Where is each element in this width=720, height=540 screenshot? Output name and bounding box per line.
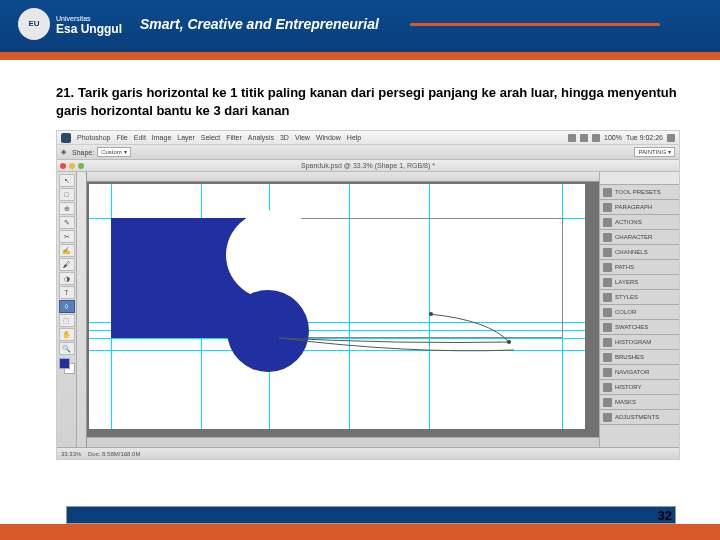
shape-tool[interactable]: ⬚: [59, 314, 75, 327]
panel-spacer: [600, 172, 679, 185]
paragraph-icon: [603, 203, 612, 212]
panel-navigator[interactable]: NAVIGATOR: [600, 365, 679, 380]
menu-layer[interactable]: Layer: [177, 134, 195, 141]
battery-icon: [592, 134, 600, 142]
type-tool[interactable]: T: [59, 286, 75, 299]
panel-layers[interactable]: LAYERS: [600, 275, 679, 290]
menu-image[interactable]: Image: [152, 134, 171, 141]
tool-column: ↖ □ ⊕ ✎ ✂ ✍ 🖌 ◑ T ◊ ⬚ ✋ 🔍: [57, 172, 77, 447]
panel-tool-presets[interactable]: TOOL PRESETS: [600, 185, 679, 200]
channels-icon: [603, 248, 612, 257]
workspace-mode-dropdown[interactable]: PAINTING ▾: [634, 147, 675, 157]
ruler-vertical: [77, 172, 87, 447]
panel-paragraph[interactable]: PARAGRAPH: [600, 200, 679, 215]
panel-channels[interactable]: CHANNELS: [600, 245, 679, 260]
spotlight-icon[interactable]: [667, 134, 675, 142]
document-titlebar: Spanduk.psd @ 33.3% (Shape 1, RGB/8) *: [57, 160, 679, 172]
masks-icon: [603, 398, 612, 407]
menu-window[interactable]: Window: [316, 134, 341, 141]
panel-swatches[interactable]: SWATCHES: [600, 320, 679, 335]
tool-shape-icon[interactable]: ◈: [61, 148, 66, 156]
slogan-underline: [410, 23, 660, 26]
foreground-swatch[interactable]: [59, 358, 70, 369]
marquee-tool[interactable]: □: [59, 188, 75, 201]
panel-column: TOOL PRESETS PARAGRAPH ACTIONS CHARACTER…: [599, 172, 679, 447]
menu-help[interactable]: Help: [347, 134, 361, 141]
zoom-icon[interactable]: [78, 163, 84, 169]
step-text: Tarik garis horizontal ke 1 titik paling…: [56, 85, 677, 118]
zoom-tool[interactable]: 🔍: [59, 342, 75, 355]
menu-3d[interactable]: 3D: [280, 134, 289, 141]
paths-icon: [603, 263, 612, 272]
layers-icon: [603, 278, 612, 287]
menu-select[interactable]: Select: [201, 134, 220, 141]
horizontal-scrollbar[interactable]: [87, 437, 599, 447]
panel-brushes[interactable]: BRUSHES: [600, 350, 679, 365]
mac-status-right: 100% Tue 9:02:26: [568, 134, 675, 142]
adjustments-icon: [603, 413, 612, 422]
app-name-label: Photoshop: [77, 134, 110, 141]
menu-filter[interactable]: Filter: [226, 134, 242, 141]
menu-view[interactable]: View: [295, 134, 310, 141]
pen-tool[interactable]: ◊: [59, 300, 75, 313]
anchor-point[interactable]: [507, 340, 511, 344]
footer-blue-bar: [66, 506, 676, 524]
guide-h[interactable]: [89, 350, 585, 351]
panel-actions[interactable]: ACTIONS: [600, 215, 679, 230]
ruler-horizontal: [87, 172, 599, 182]
panel-paths[interactable]: PATHS: [600, 260, 679, 275]
photoshop-app-icon: [61, 133, 71, 143]
minimize-icon[interactable]: [69, 163, 75, 169]
navigator-icon: [603, 368, 612, 377]
move-tool[interactable]: ↖: [59, 174, 75, 187]
panel-history[interactable]: HISTORY: [600, 380, 679, 395]
styles-icon: [603, 293, 612, 302]
canvas[interactable]: [89, 184, 585, 429]
s-curve-cutout: [226, 210, 321, 300]
panel-adjustments[interactable]: ADJUSTMENTS: [600, 410, 679, 425]
brush-tool[interactable]: ✍: [59, 244, 75, 257]
panel-masks[interactable]: MASKS: [600, 395, 679, 410]
guide-h[interactable]: [89, 338, 585, 339]
close-icon[interactable]: [60, 163, 66, 169]
instruction-block: 21.Tarik garis horizontal ke 1 titik pal…: [0, 60, 720, 128]
slide-header: EU Universitas Esa Unggul Smart, Creativ…: [0, 0, 720, 52]
option-bar: ◈ Shape:Custom ▾ PAINTING ▾: [57, 145, 679, 160]
step-number: 21.: [56, 84, 78, 102]
brushes-icon: [603, 353, 612, 362]
mac-menu-bar: Photoshop File Edit Image Layer Select F…: [57, 131, 679, 145]
actions-icon: [603, 218, 612, 227]
gradient-tool[interactable]: ◑: [59, 272, 75, 285]
status-zoom[interactable]: 33.33%: [61, 451, 81, 457]
status-doc-size: Doc: 8.58M/168.0M: [88, 451, 140, 457]
photoshop-screenshot: Photoshop File Edit Image Layer Select F…: [56, 130, 680, 460]
canvas-area[interactable]: [77, 172, 599, 447]
logo-block: EU Universitas Esa Unggul: [18, 8, 122, 40]
panel-character[interactable]: CHARACTER: [600, 230, 679, 245]
character-icon: [603, 233, 612, 242]
university-big: Esa Unggul: [56, 24, 122, 35]
slogan-text: Smart, Creative and Entrepreneurial: [140, 16, 379, 32]
panel-histogram[interactable]: HISTOGRAM: [600, 335, 679, 350]
menu-edit[interactable]: Edit: [134, 134, 146, 141]
lasso-tool[interactable]: ⊕: [59, 202, 75, 215]
header-orange-bar: [0, 52, 720, 60]
panel-color[interactable]: COLOR: [600, 305, 679, 320]
panel-styles[interactable]: STYLES: [600, 290, 679, 305]
anchor-point[interactable]: [429, 312, 433, 316]
eyedropper-tool[interactable]: ✂: [59, 230, 75, 243]
menu-analysis[interactable]: Analysis: [248, 134, 274, 141]
volume-icon: [580, 134, 588, 142]
slide-footer: 32: [0, 504, 720, 540]
menu-file[interactable]: File: [116, 134, 127, 141]
shape-dropdown[interactable]: Custom ▾: [97, 147, 130, 157]
chevron-down-icon: ▾: [124, 149, 127, 155]
clone-tool[interactable]: 🖌: [59, 258, 75, 271]
hand-tool[interactable]: ✋: [59, 328, 75, 341]
clock: Tue 9:02:26: [626, 134, 663, 141]
footer-orange-bar: [0, 524, 720, 540]
crop-tool[interactable]: ✎: [59, 216, 75, 229]
color-icon: [603, 308, 612, 317]
shape-label: Shape:: [72, 149, 94, 156]
color-swatches[interactable]: [59, 358, 75, 374]
